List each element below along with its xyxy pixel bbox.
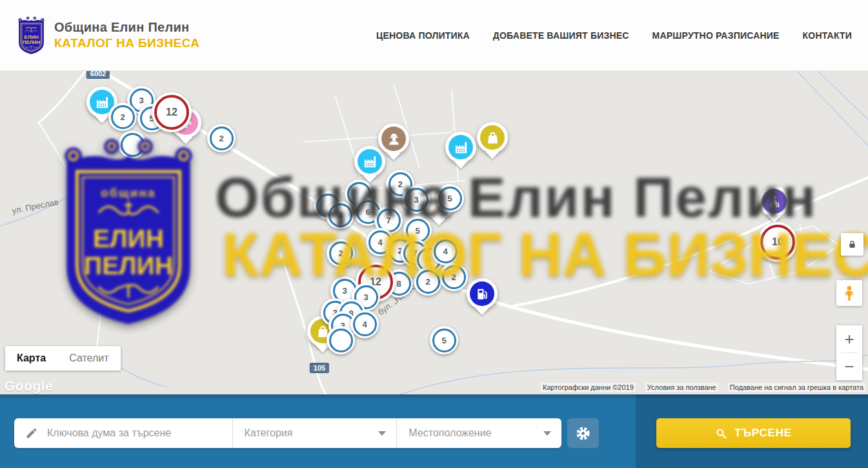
cluster-count: 3 (405, 188, 429, 212)
cluster-count: 10 (760, 225, 795, 259)
cluster-count: 2 (416, 270, 440, 294)
cluster-marker[interactable]: 2 (439, 263, 468, 291)
factory-icon (363, 154, 378, 169)
nav-item-route-schedule[interactable]: МАРШРУТНО РАЗПИСАНИЕ (652, 30, 780, 41)
pegman-icon (841, 285, 858, 301)
cluster-count: 2 (329, 241, 353, 265)
zoom-in-button[interactable]: + (836, 325, 862, 352)
lock-icon (847, 239, 857, 249)
cluster-count: 2 (111, 105, 135, 129)
church-pin[interactable] (759, 186, 790, 217)
cluster-marker[interactable]: 5 (436, 184, 464, 212)
factory-pin[interactable] (445, 132, 476, 163)
factory-icon (95, 95, 110, 110)
factory-pin[interactable] (354, 146, 385, 177)
search-icon (715, 427, 727, 440)
location-select-label: Местоположение (397, 427, 491, 439)
search-button[interactable]: ТЪРСЕНЕ (656, 418, 851, 448)
cluster-count: 5 (432, 329, 456, 352)
cluster-marker[interactable] (118, 130, 146, 159)
cluster-marker[interactable]: 2 (207, 124, 236, 152)
cluster-marker[interactable]: 5 (430, 326, 458, 354)
nav-item-contacts[interactable]: КОНТАКТИ (803, 30, 852, 41)
site-brand[interactable]: община ЕЛИН ПЕЛИН Община Елин Пелин КАТА… (16, 15, 199, 56)
cluster-marker[interactable]: 2 (414, 267, 442, 296)
cluster-count (121, 133, 145, 157)
shopping-bag-icon (485, 130, 500, 145)
fullscreen-lock-button[interactable] (841, 233, 863, 256)
report-map-error-link[interactable]: Подаване на сигнал за грешка в картата (728, 383, 865, 392)
category-select-label: Категория (233, 427, 293, 439)
pencil-icon (25, 427, 38, 440)
search-bar: Категория Местоположение ТЪРСЕНЕ (0, 394, 868, 468)
site-subtitle: КАТАЛОГ НА БИЗНЕСА (54, 36, 199, 50)
cluster-marker[interactable]: 2 (327, 239, 355, 267)
church-icon (767, 194, 782, 209)
nav-item-add-your-business[interactable]: ДОБАВЕТЕ ВАШИЯТ БИЗНЕС (493, 30, 629, 41)
zoom-out-button[interactable]: − (836, 353, 862, 380)
cluster-count: 5 (438, 187, 462, 210)
map-type-control: Карта Сателит (5, 346, 121, 371)
cluster-count: 12 (154, 95, 189, 130)
map-attribution: Картографски данни ©2019Условия за ползв… (541, 383, 865, 392)
cluster-count: 4 (434, 239, 458, 263)
map-canvas[interactable]: 6002 105 ул. Преслав бул. „Новосел 32512… (0, 71, 868, 394)
cluster-marker[interactable]: 4 (350, 310, 379, 338)
page: община ЕЛИН ПЕЛИН Община Елин Пелин КАТА… (0, 0, 868, 468)
map-type-map-button[interactable]: Карта (5, 346, 57, 371)
location-select[interactable]: Местоположение (396, 418, 561, 448)
shopping-bag-pin[interactable] (477, 122, 508, 153)
google-logo[interactable]: Google (5, 378, 53, 394)
municipality-crest-logo: община ЕЛИН ПЕЛИН (16, 15, 46, 56)
crest-name-line2: ПЕЛИН (23, 39, 41, 45)
terms-of-use-link[interactable]: Условия за ползване (645, 383, 718, 392)
search-button-label: ТЪРСЕНЕ (734, 427, 792, 440)
cluster-count: 2 (442, 265, 466, 289)
chevron-down-icon (378, 431, 386, 436)
advanced-settings-button[interactable] (567, 418, 599, 448)
map-type-satellite-button[interactable]: Сателит (57, 346, 120, 371)
map-data-attribution: Картографски данни ©2019 (541, 383, 636, 392)
cluster-count: 2 (210, 127, 234, 150)
gear-icon (575, 425, 591, 442)
search-fields: Категория Местоположение (14, 418, 561, 448)
cluster-count: 4 (328, 203, 352, 227)
chevron-down-icon (543, 431, 551, 436)
main-nav: ЦЕНОВА ПОЛИТИКАДОБАВЕТЕ ВАШИЯТ БИЗНЕСМАР… (376, 30, 852, 41)
cluster-count: 4 (353, 312, 377, 336)
cluster-marker[interactable]: 12 (152, 92, 192, 132)
site-title: Община Елин Пелин (54, 20, 199, 35)
cluster-marker[interactable]: 4 (326, 201, 354, 229)
cluster-marker[interactable]: 3 (402, 185, 430, 214)
factory-icon (454, 140, 469, 155)
fuel-pump-icon (475, 287, 490, 301)
map-markers-layer: 325122235467542278482212333834510 (0, 71, 868, 394)
keyword-field[interactable] (14, 418, 232, 448)
cluster-count (329, 329, 353, 352)
crest-word: община (26, 26, 37, 28)
nav-item-pricing-policy[interactable]: ЦЕНОВА ПОЛИТИКА (376, 30, 470, 41)
street-view-pegman-button[interactable] (836, 280, 862, 306)
keyword-input[interactable] (46, 427, 232, 440)
category-select[interactable]: Категория (232, 418, 397, 448)
cluster-marker[interactable]: 10 (758, 222, 798, 262)
fuel-pump-pin[interactable] (467, 278, 498, 309)
map-zoom-control: + − (836, 325, 862, 380)
cluster-marker[interactable] (327, 326, 355, 354)
site-header: община ЕЛИН ПЕЛИН Община Елин Пелин КАТА… (0, 0, 868, 71)
worker-pin[interactable] (378, 123, 409, 154)
crest-name-line1: ЕЛИН (24, 34, 39, 39)
cluster-marker[interactable]: 2 (108, 103, 137, 131)
cluster-marker[interactable]: 4 (431, 237, 459, 265)
worker-icon (387, 132, 401, 147)
